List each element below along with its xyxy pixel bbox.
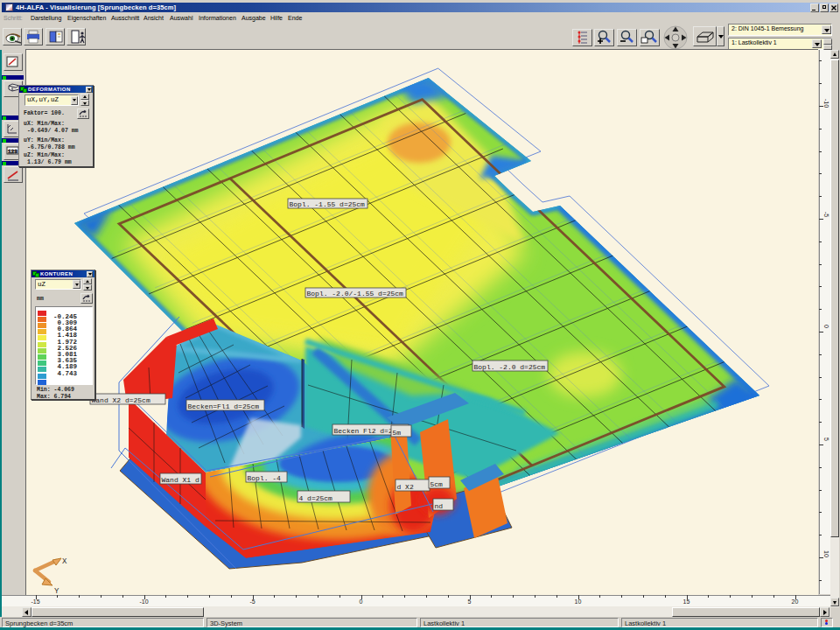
svg-text:123: 123 — [8, 149, 18, 155]
svg-text:5cm: 5cm — [430, 480, 444, 488]
svg-text:Becken=Fl1 d=25cm: Becken=Fl1 d=25cm — [188, 402, 260, 410]
svg-text:X: X — [62, 557, 67, 566]
svg-text:Bopl. -2.0/-1.55 d=25cm: Bopl. -2.0/-1.55 d=25cm — [307, 290, 404, 298]
svg-text:Bopl. -4: Bopl. -4 — [248, 474, 282, 482]
svg-text:Bopl. -1.55 d=25cm: Bopl. -1.55 d=25cm — [290, 200, 366, 208]
svg-text:Y: Y — [54, 587, 60, 595]
svg-text:Wand X2 d=25cm: Wand X2 d=25cm — [92, 396, 150, 404]
svg-text:d X2: d X2 — [397, 483, 414, 491]
svg-text:Bopl. -2.0 d=25cm: Bopl. -2.0 d=25cm — [474, 363, 546, 371]
svg-text:Wand X1 d: Wand X1 d — [162, 476, 200, 484]
svg-text:nd: nd — [435, 502, 444, 510]
svg-text:5m: 5m — [393, 429, 402, 437]
svg-text:4 d=25cm: 4 d=25cm — [299, 494, 333, 502]
